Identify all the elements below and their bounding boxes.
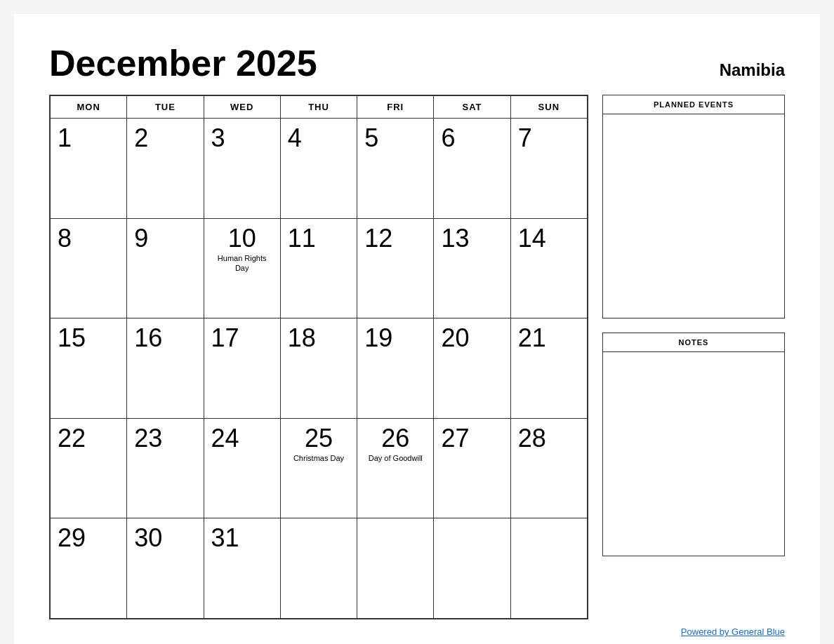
calendar-cell: 17 bbox=[204, 318, 280, 419]
calendar-table: MON TUE WED THU FRI SAT SUN 12345678910H… bbox=[50, 95, 588, 619]
day-number: 18 bbox=[288, 323, 316, 352]
day-number: 14 bbox=[518, 224, 546, 253]
calendar-cell: 25Christmas Day bbox=[280, 418, 357, 518]
day-number: 22 bbox=[58, 424, 86, 452]
calendar-cell: 18 bbox=[280, 318, 357, 419]
calendar-cell bbox=[357, 518, 434, 619]
calendar-cell: 21 bbox=[510, 318, 587, 419]
holiday-label: Day of Goodwill bbox=[364, 453, 426, 463]
sidebar: PLANNED EVENTS NOTES bbox=[602, 95, 785, 619]
calendar-cell: 15 bbox=[51, 318, 127, 419]
calendar-cell: 12 bbox=[357, 218, 434, 318]
calendar-cell: 1 bbox=[51, 119, 127, 219]
page-header: December 2025 Namibia bbox=[49, 42, 785, 84]
calendar-cell: 5 bbox=[357, 119, 434, 219]
calendar-cell: 16 bbox=[127, 318, 204, 419]
col-sun: SUN bbox=[510, 96, 587, 119]
day-number: 21 bbox=[518, 323, 546, 352]
calendar-cell: 19 bbox=[357, 318, 434, 419]
calendar-week-4: 22232425Christmas Day26Day of Goodwill27… bbox=[51, 418, 588, 518]
day-number: 4 bbox=[288, 123, 302, 152]
day-number: 10 bbox=[211, 224, 273, 253]
calendar-cell: 11 bbox=[280, 218, 357, 318]
day-number: 7 bbox=[518, 123, 532, 152]
day-number: 31 bbox=[211, 523, 239, 552]
calendar-cell bbox=[280, 518, 357, 619]
col-thu: THU bbox=[280, 96, 357, 119]
calendar-cell bbox=[510, 518, 587, 619]
calendar-week-3: 15161718192021 bbox=[51, 318, 588, 419]
calendar-week-1: 1234567 bbox=[51, 119, 588, 219]
day-number: 16 bbox=[134, 323, 162, 352]
day-number: 2 bbox=[134, 123, 148, 152]
calendar-cell: 13 bbox=[434, 218, 510, 318]
country-label: Namibia bbox=[720, 60, 785, 80]
calendar-cell: 10Human Rights Day bbox=[204, 218, 280, 318]
calendar-cell: 31 bbox=[204, 518, 280, 619]
calendar-cell: 7 bbox=[510, 119, 587, 219]
calendar-cell: 20 bbox=[434, 318, 510, 419]
day-number: 3 bbox=[211, 123, 225, 152]
calendar-cell: 24 bbox=[204, 418, 280, 518]
day-number: 12 bbox=[364, 224, 392, 253]
holiday-label: Human Rights Day bbox=[211, 253, 273, 274]
day-number: 29 bbox=[58, 523, 86, 552]
day-number: 23 bbox=[134, 424, 162, 452]
day-number: 1 bbox=[58, 123, 72, 152]
day-number: 24 bbox=[211, 424, 239, 452]
holiday-label: Christmas Day bbox=[288, 453, 350, 463]
calendar-cell: 29 bbox=[51, 518, 127, 619]
calendar-cell: 28 bbox=[510, 418, 587, 518]
page-title: December 2025 bbox=[49, 42, 317, 84]
calendar-section: MON TUE WED THU FRI SAT SUN 12345678910H… bbox=[49, 95, 588, 619]
day-number: 6 bbox=[441, 123, 455, 152]
day-number: 25 bbox=[288, 424, 350, 452]
day-number: 17 bbox=[211, 323, 239, 352]
day-number: 30 bbox=[134, 523, 162, 552]
day-number: 11 bbox=[288, 224, 316, 253]
day-number: 9 bbox=[134, 224, 148, 253]
day-number: 27 bbox=[441, 424, 469, 452]
day-number: 8 bbox=[58, 224, 72, 253]
calendar-cell: 6 bbox=[434, 119, 510, 219]
planned-events-header: PLANNED EVENTS bbox=[603, 95, 784, 114]
day-number: 15 bbox=[58, 323, 86, 352]
col-fri: FRI bbox=[357, 96, 434, 119]
notes-header: NOTES bbox=[603, 333, 784, 352]
day-number: 28 bbox=[518, 424, 546, 452]
col-sat: SAT bbox=[434, 96, 510, 119]
calendar-cell: 26Day of Goodwill bbox=[357, 418, 434, 518]
notes-body bbox=[603, 352, 784, 556]
col-mon: MON bbox=[51, 96, 127, 119]
planned-events-body bbox=[603, 114, 784, 318]
calendar-cell: 30 bbox=[127, 518, 204, 619]
calendar-cell: 14 bbox=[510, 218, 587, 318]
calendar-week-2: 8910Human Rights Day11121314 bbox=[51, 218, 588, 318]
calendar-cell: 9 bbox=[127, 218, 204, 318]
calendar-cell: 3 bbox=[204, 119, 280, 219]
col-tue: TUE bbox=[127, 96, 204, 119]
calendar-cell: 2 bbox=[127, 119, 204, 219]
calendar-cell: 8 bbox=[51, 218, 127, 318]
calendar-cell: 4 bbox=[280, 119, 357, 219]
weekday-header-row: MON TUE WED THU FRI SAT SUN bbox=[51, 96, 588, 119]
calendar-cell: 27 bbox=[434, 418, 510, 518]
powered-by-link[interactable]: Powered by General Blue bbox=[681, 626, 785, 637]
calendar-week-5: 293031 bbox=[51, 518, 588, 619]
planned-events-box: PLANNED EVENTS bbox=[602, 95, 785, 318]
notes-box: NOTES bbox=[602, 333, 785, 556]
day-number: 26 bbox=[364, 424, 426, 452]
page-footer: Powered by General Blue bbox=[49, 626, 785, 637]
day-number: 19 bbox=[364, 323, 392, 352]
calendar-cell: 22 bbox=[51, 418, 127, 518]
calendar-cell: 23 bbox=[127, 418, 204, 518]
col-wed: WED bbox=[204, 96, 280, 119]
calendar-cell bbox=[434, 518, 510, 619]
main-content: MON TUE WED THU FRI SAT SUN 12345678910H… bbox=[49, 95, 785, 619]
day-number: 20 bbox=[441, 323, 469, 352]
calendar-page: December 2025 Namibia MON TUE WED THU FR… bbox=[14, 14, 820, 644]
day-number: 13 bbox=[441, 224, 469, 253]
day-number: 5 bbox=[364, 123, 378, 152]
